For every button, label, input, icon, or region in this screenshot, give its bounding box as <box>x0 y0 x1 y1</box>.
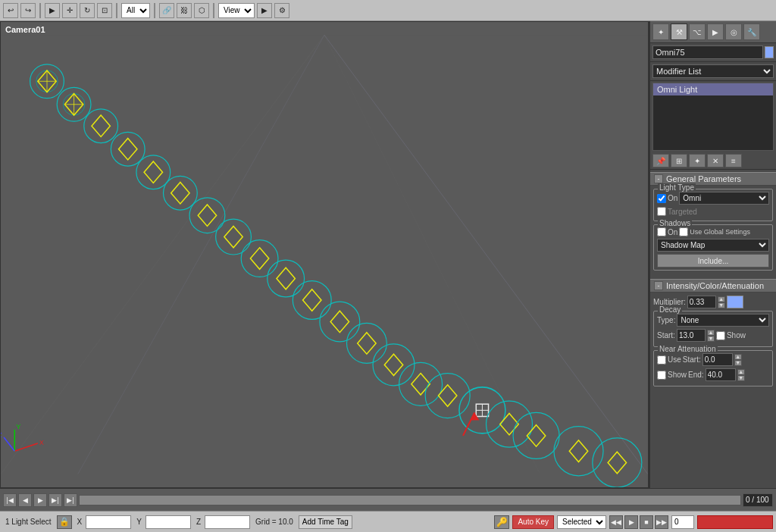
multiplier-spinner: ▲ ▼ <box>718 296 725 308</box>
view-dropdown[interactable]: View <box>218 3 255 18</box>
near-atten-show-checkbox[interactable] <box>657 371 666 380</box>
general-params-collapse-btn[interactable]: - <box>654 174 663 183</box>
multiplier-input[interactable] <box>687 296 716 308</box>
intensity-collapse-btn[interactable]: - <box>654 281 663 290</box>
rotate-button[interactable]: ↻ <box>80 3 95 18</box>
move-button[interactable]: ✛ <box>62 3 77 18</box>
filter-dropdown[interactable]: All <box>121 3 150 18</box>
shadow-type-row: Shadow Map <box>657 239 769 252</box>
hierarchy-tab-icon[interactable]: ⌥ <box>689 23 706 40</box>
modify-tab-icon[interactable]: ⚒ <box>671 23 687 40</box>
remove-modifier-button[interactable]: ✕ <box>707 154 724 167</box>
shadow-type-dropdown[interactable]: Shadow Map <box>657 239 769 252</box>
near-atten-end-input[interactable] <box>706 368 736 381</box>
redo-button[interactable]: ↪ <box>20 3 36 18</box>
render-button[interactable]: ▶ <box>257 3 272 18</box>
decay-start-up[interactable]: ▲ <box>707 330 715 336</box>
decay-start-row: Start: ▲ ▼ Show <box>657 329 769 342</box>
targeted-checkbox[interactable] <box>657 207 666 216</box>
auto-key-button[interactable]: Auto Key <box>512 515 554 529</box>
scale-button[interactable]: ⊡ <box>97 3 112 18</box>
motion-tab-icon[interactable]: ▶ <box>707 23 724 40</box>
decay-show-checkbox[interactable] <box>716 331 725 340</box>
modifier-actions: 📌 ⊞ ✦ ✕ ≡ <box>650 152 776 170</box>
near-atten-use-checkbox[interactable] <box>657 355 666 365</box>
add-time-tag-button[interactable]: Add Time Tag <box>299 515 352 529</box>
scrubber-bar: |◀ ◀ ▶ ▶| ▶| 0 / 100 <box>0 488 776 511</box>
near-attenuation-group: Near Attenuation Use Start: ▲ ▼ Show End… <box>653 350 773 386</box>
configure-button[interactable]: ≡ <box>725 154 742 167</box>
x-label: X <box>75 518 85 526</box>
object-name-input[interactable] <box>652 45 763 59</box>
shadows-on-checkbox[interactable] <box>657 227 666 236</box>
svg-text:X: X <box>39 439 44 446</box>
pin-stack-button[interactable]: 📌 <box>652 154 669 167</box>
play-back-button[interactable]: ◀◀ <box>609 515 623 529</box>
select-button[interactable]: ▶ <box>45 3 60 18</box>
show-end-result-button[interactable]: ⊞ <box>671 154 687 167</box>
multiplier-down-btn[interactable]: ▼ <box>718 302 725 308</box>
use-global-label: Use Global Settings <box>690 228 750 236</box>
color-swatch-input[interactable] <box>727 296 743 308</box>
intensity-label: Intensity/Color/Attenuation <box>666 281 764 290</box>
light-type-group-label: Light Type <box>658 183 696 192</box>
targeted-row: Targeted <box>657 207 769 216</box>
go-end-button[interactable]: ▶| <box>64 493 77 507</box>
light-on-label: On <box>668 194 677 202</box>
render-settings-button[interactable]: ⚙ <box>274 3 289 18</box>
near-atten-start-up[interactable]: ▲ <box>734 354 742 360</box>
toolbar-separator <box>39 3 41 18</box>
intensity-section-header[interactable]: - Intensity/Color/Attenuation <box>650 279 776 293</box>
display-tab-icon[interactable]: ◎ <box>725 23 742 40</box>
animation-mode-dropdown[interactable]: Selected <box>557 515 606 529</box>
object-color-swatch[interactable] <box>765 46 774 58</box>
stop-button[interactable]: ■ <box>640 515 653 529</box>
use-global-checkbox[interactable] <box>679 227 688 236</box>
prev-frame-button[interactable]: ◀ <box>18 493 32 507</box>
x-input[interactable] <box>86 515 131 529</box>
toolbar-separator-2 <box>116 3 117 18</box>
near-atten-start-down[interactable]: ▼ <box>734 360 742 366</box>
make-unique-button[interactable]: ✦ <box>689 154 706 167</box>
play-fwd-button2[interactable]: ▶ <box>624 515 638 529</box>
play-button[interactable]: ▶ <box>33 493 47 507</box>
modifier-list-dropdown[interactable]: Modifier List <box>652 64 774 78</box>
multiplier-up-btn[interactable]: ▲ <box>718 296 725 302</box>
lock-button[interactable]: 🔒 <box>57 515 72 529</box>
go-start-button[interactable]: |◀ <box>3 493 17 507</box>
near-atten-end-up[interactable]: ▲ <box>737 369 745 375</box>
light-on-checkbox[interactable] <box>657 194 666 203</box>
frame-number-input[interactable] <box>671 515 694 529</box>
scrubber-track[interactable] <box>79 495 741 505</box>
near-atten-start-input[interactable] <box>702 353 733 366</box>
create-tab-icon[interactable]: ✦ <box>652 23 669 40</box>
toolbar-separator-3 <box>154 3 155 18</box>
light-type-group: Light Type On Omni Targeted <box>653 189 773 221</box>
decay-start-input[interactable] <box>677 329 706 342</box>
z-input[interactable] <box>205 515 250 529</box>
decay-show-label: Show <box>727 331 746 340</box>
next-frame-button[interactable]: ▶| <box>48 493 62 507</box>
light-type-dropdown[interactable]: Omni <box>679 192 769 205</box>
light-type-row: On Omni <box>657 192 769 205</box>
svg-text:Y: Y <box>16 423 20 430</box>
play-fwd-fast-button[interactable]: ▶▶ <box>655 515 668 529</box>
modifier-item-omni-light[interactable]: Omni Light <box>653 83 773 95</box>
decay-start-down[interactable]: ▼ <box>707 336 715 342</box>
utilities-tab-icon[interactable]: 🔧 <box>743 23 760 40</box>
decay-start-label: Start: <box>657 331 675 340</box>
undo-button[interactable]: ↩ <box>3 3 18 18</box>
decay-type-dropdown[interactable]: None <box>677 314 769 327</box>
include-button[interactable]: Include... <box>657 254 769 268</box>
y-input[interactable] <box>146 515 191 529</box>
brand-logo <box>697 515 773 529</box>
decay-group: Decay Type: None Start: ▲ ▼ Show <box>653 311 773 347</box>
main-area: Camera01 <box>0 21 776 488</box>
near-atten-end-down[interactable]: ▼ <box>737 375 745 381</box>
bind-button[interactable]: ⬡ <box>194 3 209 18</box>
unlink-button[interactable]: ⛓ <box>177 3 192 18</box>
link-button[interactable]: 🔗 <box>159 3 174 18</box>
modifier-list-row: Modifier List <box>650 62 776 81</box>
near-atten-use-label: Use <box>668 355 681 364</box>
targeted-label: Targeted <box>668 208 697 216</box>
